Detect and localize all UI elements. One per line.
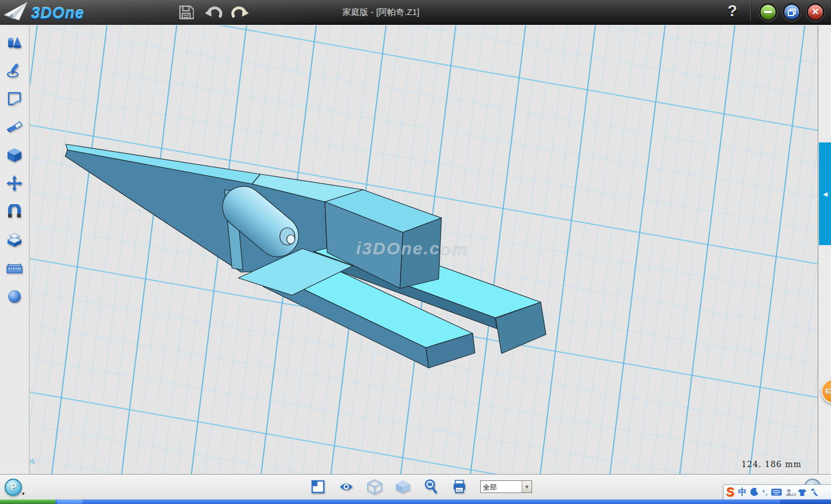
eraser-delete-button[interactable] — [6, 119, 23, 135]
chevron-left-icon: ◀ — [823, 191, 828, 197]
taskbar-tray-segment — [780, 499, 831, 504]
language-mode-button[interactable]: 中 — [738, 487, 747, 498]
close-button[interactable]: ✕ — [807, 3, 824, 21]
ime-toolbar: S 中 °‚ 14 — [723, 484, 831, 500]
watermark: i3DOne.com — [356, 239, 469, 258]
print-button[interactable] — [452, 478, 467, 495]
zoom-view-button[interactable] — [424, 478, 439, 495]
close-icon: ✕ — [811, 7, 819, 17]
modeling-canvas[interactable]: i3DOne.com 25 124. 186 mm — [30, 25, 818, 474]
taskbar-app-segment — [57, 499, 83, 504]
display-filter-dropdown[interactable]: 全部 ▼ — [480, 480, 532, 493]
magnifier-icon — [424, 479, 438, 494]
taskbar-blue — [55, 499, 831, 504]
sketch-plane-icon — [6, 91, 23, 106]
restore-button[interactable] — [783, 3, 800, 21]
dropdown-arrow-icon[interactable]: ▼ — [522, 481, 531, 492]
material-sphere-button[interactable] — [6, 288, 23, 304]
left-toolbar — [0, 25, 29, 474]
soft-keyboard-icon[interactable] — [771, 488, 782, 496]
wireframe-display-button[interactable] — [367, 478, 382, 495]
user-wordbank-icon[interactable]: 14 — [785, 488, 794, 497]
primitive-solids-icon — [6, 35, 23, 50]
printer-icon — [452, 480, 466, 494]
dropdown-value: 全部 — [481, 481, 522, 492]
fullwidth-moon-icon[interactable] — [750, 488, 759, 497]
view-toolbar: 全部 ▼ — [0, 474, 831, 499]
sketch-plane-button[interactable] — [6, 91, 23, 107]
material-sphere-icon — [7, 289, 22, 304]
main-area: i3DOne.com 25 124. 186 mm ◀ — [0, 25, 831, 474]
view-orientation-icon — [311, 480, 325, 494]
eye-icon — [339, 482, 354, 492]
sketch-draw-button[interactable] — [6, 62, 23, 78]
primitive-solids-button[interactable] — [6, 34, 23, 50]
measure-ruler-button[interactable] — [6, 260, 23, 276]
minimize-button[interactable] — [759, 3, 777, 21]
start-button-sliver[interactable] — [0, 499, 55, 504]
title-bar: 3DOne 家庭版 - [阿帕奇.Z1] ? — [0, 0, 831, 25]
sketch-draw-icon — [6, 62, 23, 78]
p-dropdown-caret[interactable]: ▾ — [22, 491, 25, 497]
os-taskbar-sliver — [0, 499, 831, 504]
show-hide-button[interactable] — [339, 478, 354, 495]
p-corner-button[interactable]: P — [5, 479, 22, 496]
feature-cube-icon — [7, 148, 22, 163]
settings-wrench-icon[interactable] — [810, 488, 818, 497]
punctuation-mode-button[interactable]: °‚ — [762, 489, 768, 496]
titlebar-separator — [750, 4, 751, 21]
eraser-delete-icon — [6, 121, 23, 133]
measurement-readout: 124. 186 mm — [742, 460, 802, 469]
move-transform-icon — [6, 175, 23, 191]
window-title: 家庭版 - [阿帕奇.Z1] — [0, 0, 762, 25]
shaded-display-button[interactable] — [395, 478, 410, 495]
skin-tshirt-icon[interactable] — [798, 488, 807, 497]
wireframe-cube-icon — [367, 479, 382, 494]
combine-boolean-button[interactable] — [6, 232, 23, 248]
shaded-cube-icon — [395, 480, 410, 494]
combine-boolean-icon — [6, 232, 23, 247]
help-button[interactable]: ? — [724, 2, 741, 22]
minimize-icon — [764, 11, 772, 13]
measure-ruler-icon — [6, 262, 23, 274]
feature-cube-button[interactable] — [6, 147, 23, 163]
sogou-logo-icon[interactable]: S — [726, 486, 735, 498]
model-polygons — [65, 144, 546, 368]
magnet-align-button[interactable] — [6, 204, 23, 220]
move-transform-button[interactable] — [6, 175, 23, 191]
right-panel-rail: ◀ — [818, 25, 831, 474]
view-orientation-button[interactable] — [310, 478, 325, 495]
restore-icon — [788, 9, 796, 16]
magnet-align-icon — [7, 204, 22, 219]
panel-collapse-tab[interactable]: ◀ — [819, 142, 831, 245]
